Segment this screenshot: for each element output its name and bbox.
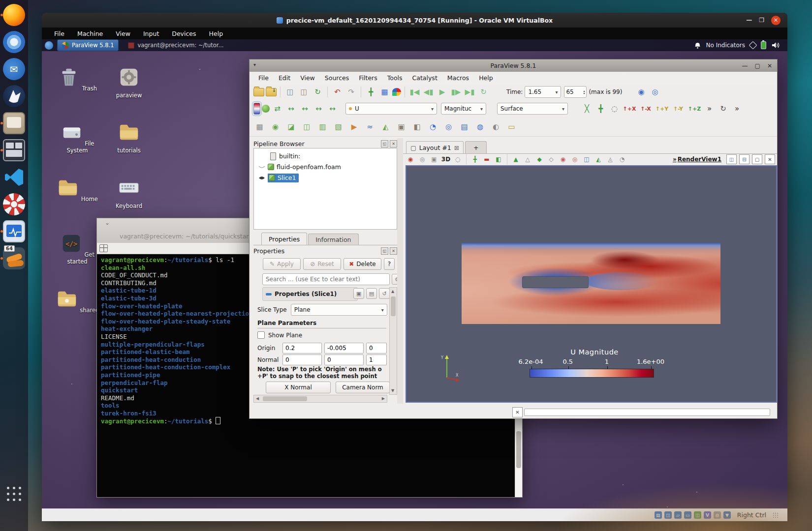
python-calculator-icon[interactable]: ◍ [474,121,486,133]
properties-vertical-scrollbar[interactable] [389,287,397,395]
previous-frame-icon[interactable]: ◀▮ [422,86,435,98]
contour-icon[interactable]: ◉ [269,121,281,133]
split-view-icon[interactable] [99,244,108,252]
vbox-menu-help[interactable]: Help [204,29,229,39]
rotate-camera-icon[interactable]: ↻ [717,103,729,115]
select-block-icon[interactable]: ◫ [581,154,592,164]
video-capture-icon[interactable]: V [704,511,711,519]
notification-bell-icon[interactable] [694,42,701,49]
paraview-menu-help[interactable]: Help [474,72,498,84]
x-normal-button[interactable]: X Normal [266,382,331,393]
pipeline-item-source[interactable]: fluid-openfoam.foam [254,162,397,172]
search-input[interactable] [262,273,390,285]
thunderbird-icon[interactable]: ✉ [3,58,25,80]
desktop-icon-tutorials[interactable]: tutorials [106,121,152,154]
normal-x-field[interactable] [282,354,322,365]
normal-z-field[interactable] [366,354,387,365]
minimize-icon[interactable]: — [746,17,752,24]
save-data-icon[interactable] [266,88,277,96]
reset-camera-icon[interactable]: ╳ [581,103,593,115]
view-plus-y-button[interactable]: ↑+Y [655,103,669,115]
desktop-icon-paraview[interactable]: paraview [106,66,152,99]
charts-icon[interactable]: ▦ [378,86,391,98]
maximize-view-icon[interactable]: ▢ [752,154,762,164]
display-icon[interactable]: ▭ [684,511,691,519]
mouse-integration-icon[interactable]: ◍ [714,511,721,519]
virt-manager-icon[interactable] [3,220,25,242]
last-frame-icon[interactable]: ▶▮ [464,86,476,98]
subtract-selection-icon[interactable]: ▬ [481,154,492,164]
time-value-combo[interactable]: 1.65 [525,86,561,98]
rescale-custom-range-icon[interactable]: ↔ [299,103,311,115]
close-tab-icon[interactable]: ⊠ [454,144,459,151]
delete-button[interactable]: ✖Delete [344,258,381,270]
paraview-menu-file[interactable]: File [253,72,274,84]
desktop-icon-home[interactable]: Home [55,177,100,203]
paraview-menu-catalyst[interactable]: Catalyst [407,72,442,84]
vbox-menu-machine[interactable]: Machine [72,29,108,39]
pipeline-tree[interactable]: builtin: fluid-openfoam.foam [253,148,397,230]
normal-y-field[interactable] [324,354,364,365]
chromium-icon[interactable] [3,31,25,53]
glyph-icon[interactable]: ▶ [348,121,360,133]
component-combo[interactable]: Magnituc [441,103,486,115]
clip-icon[interactable]: ◪ [285,121,297,133]
select-points-on-surface-icon[interactable]: △ [522,154,533,164]
maximize-icon[interactable]: ❐ [759,17,764,24]
paraview-menu-tools[interactable]: Tools [382,72,407,84]
rescale-visible-range-icon[interactable]: ↔ [326,103,339,115]
applications-menu-icon[interactable] [45,41,53,50]
paraview-menu-filters[interactable]: Filters [354,72,382,84]
visibility-on-icon[interactable] [258,176,266,180]
probe-location-icon[interactable]: ◎ [442,121,455,133]
paraview-menu-edit[interactable]: Edit [274,72,295,84]
peppermint-app-icon[interactable] [3,193,25,215]
save-screenshot-icon[interactable]: ◉ [405,154,416,164]
reset-session-icon[interactable]: ╋ [365,86,377,98]
recent-files-icon[interactable]: ↻ [312,86,324,98]
zoom-to-box-icon[interactable]: ◌ [608,103,621,115]
close-icon[interactable]: ✕ [767,62,772,69]
copy-properties-icon[interactable]: ▣ [353,288,364,299]
close-icon[interactable]: ✕ [771,16,781,25]
show-plane-checkbox[interactable] [257,331,265,339]
slice-icon[interactable]: ◫ [301,121,313,133]
loop-icon[interactable]: ↻ [477,86,490,98]
zoom-to-data-icon[interactable]: ╋ [594,103,607,115]
vscode-icon[interactable] [3,166,25,188]
panel-splitter[interactable] [397,138,403,404]
open-file-icon[interactable] [253,88,264,96]
frame-spinbox[interactable]: 65 [564,86,587,98]
disconnect-server-icon[interactable]: ◫ [298,86,310,98]
visibility-off-icon[interactable] [258,165,266,170]
select-cells-frustum-icon[interactable]: ◆ [534,154,545,164]
desktop-icon-keyboard[interactable]: Keyboard [106,177,152,209]
programmable-filter-icon[interactable]: ◐ [490,121,502,133]
view-minus-x-button[interactable]: ↑-X [638,103,653,115]
extract-block-icon[interactable]: ◧ [411,121,423,133]
overflow-chevron[interactable]: » [673,156,677,163]
capture-screenshot-icon[interactable]: ◎ [417,154,428,164]
color-palette-icon[interactable] [392,88,401,96]
copy-view-icon[interactable]: ▣ [429,154,439,164]
taskbar-button-paraview[interactable]: ParaView 5.8.1 [57,39,119,51]
tab-layout1[interactable]: ▢Layout #1⊠ [406,141,464,153]
pipeline-item-builtin[interactable]: builtin: [254,151,397,161]
plot-over-line-icon[interactable]: ◔ [427,121,439,133]
virtualbox-titlebar[interactable]: precice-vm_default_1620120994434_70754 [… [42,13,787,28]
abort-progress-icon[interactable]: ✕ [512,407,523,417]
paraview-menu-macros[interactable]: Macros [442,72,474,84]
select-points-polygon-icon[interactable]: ◎ [569,154,580,164]
undo-icon[interactable]: ↶ [331,86,344,98]
paste-properties-icon[interactable]: ▤ [366,288,377,299]
group-datasets-icon[interactable]: ▣ [395,121,407,133]
render-viewport[interactable]: Y X U Magnitude 6.2e-040.511.6e+00 [406,165,777,403]
representation-combo[interactable]: Surface [497,103,568,115]
slice-type-combo[interactable]: Plane [291,304,387,316]
vbox-menu-view[interactable]: View [110,29,136,39]
toggle-selection-icon[interactable]: ◧ [493,154,504,164]
scrollbar-thumb[interactable] [516,431,521,468]
new-layout-tab[interactable]: + [465,141,487,153]
network-icon[interactable] [749,41,757,50]
undock-icon[interactable]: ◱ [381,140,388,148]
